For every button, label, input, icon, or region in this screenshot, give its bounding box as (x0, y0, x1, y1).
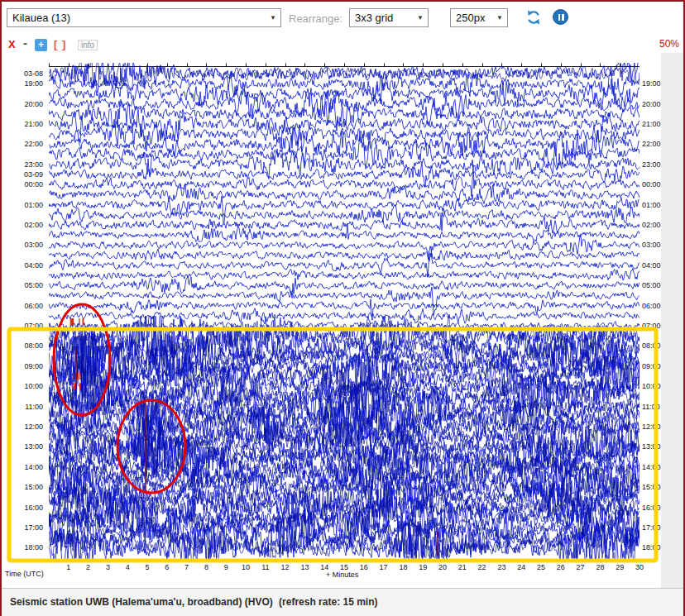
time-label-right: 23:00 (642, 160, 675, 169)
time-label-left: 03-08 (2, 69, 46, 78)
time-label-left: 00:00 (2, 180, 46, 189)
time-label-left: 07:00 (2, 322, 46, 330)
x-tick-label: 23 (493, 563, 510, 571)
x-tick-label: 28 (592, 563, 608, 571)
x-tick-label: 29 (611, 563, 628, 571)
status-bar: Seismic station UWB (Halema'uma'u, broad… (2, 588, 683, 616)
x-tick-label: 24 (513, 563, 529, 571)
right-time-labels: 19:0020:0021:0022:0023:0000:0001:0002:00… (642, 2, 675, 580)
x-tick-label: 11 (257, 563, 274, 571)
grid-layout-select[interactable]: 3x3 grid ▼ (349, 8, 429, 27)
time-label-left: 05:00 (2, 281, 46, 289)
time-label-right: 21:00 (642, 120, 675, 128)
x-tick-label: 18 (395, 563, 411, 571)
x-tick-label: 22 (474, 563, 491, 571)
time-label-left: 06:00 (2, 302, 46, 310)
x-tick-label: 12 (277, 563, 294, 571)
time-label-left: 20:00 (2, 100, 46, 108)
time-label-right: 18:00 (642, 543, 675, 552)
time-label-left: 10:00 (2, 382, 46, 390)
time-label-right: 07:00 (642, 322, 675, 330)
chevron-down-icon: ▼ (417, 14, 424, 21)
x-tick-label: 2 (80, 563, 97, 571)
time-label-right: 19:00 (642, 79, 675, 88)
volcano-monitor-window: Kilauea (13) ▼ Rearrange: 3x3 grid ▼ 250… (0, 0, 685, 616)
time-utc-label: Time (UTC) (5, 570, 44, 578)
time-label-left: 03:00 (2, 241, 46, 249)
x-tick-label: 17 (376, 563, 392, 571)
time-label-left: 08:00 (2, 341, 46, 350)
time-label-left: 18:00 (2, 543, 46, 552)
x-tick-label: 20 (434, 563, 451, 571)
time-label-right: 15:00 (642, 483, 675, 491)
x-tick-label: 7 (179, 563, 195, 571)
time-label-right: 00:00 (642, 180, 675, 189)
x-tick-label: 6 (159, 563, 175, 571)
time-label-left: 17:00 (2, 523, 46, 532)
time-label-right: 09:00 (642, 362, 675, 370)
x-tick-label: 25 (533, 563, 549, 571)
station-info: Seismic station UWB (Halema'uma'u, broad… (10, 596, 273, 608)
x-tick-label: 13 (296, 563, 313, 571)
chevron-down-icon: ▼ (270, 14, 276, 21)
time-label-right: 03:00 (642, 241, 675, 249)
fullscreen-button[interactable]: [ ] (54, 38, 66, 50)
time-label-right: 22:00 (642, 140, 675, 148)
time-label-right: 06:00 (642, 302, 675, 310)
time-label-right: 14:00 (642, 463, 675, 471)
time-label-left: 21:00 (2, 120, 46, 128)
time-label-right: 02:00 (642, 221, 675, 229)
pause-button[interactable] (553, 9, 569, 26)
time-label-left: 16:00 (2, 504, 46, 512)
time-label-left: 13:00 (2, 442, 46, 451)
refresh-rate-info: (refresh rate: 15 min) (279, 596, 377, 608)
time-label-left: 14:00 (2, 463, 46, 471)
x-tick-label: 10 (237, 563, 254, 571)
left-time-labels: 03-0819:0020:0021:0022:0023:0003-0900:00… (2, 2, 46, 580)
time-label-left: 19:00 (2, 79, 46, 88)
x-axis-label: + Minutes (326, 571, 358, 579)
time-label-right: 10:00 (642, 382, 675, 390)
time-label-left: 03-09 (2, 170, 46, 179)
x-tick-label: 3 (99, 563, 116, 571)
time-label-right: 08:00 (642, 341, 675, 350)
time-label-right: 17:00 (642, 523, 675, 532)
time-label-right: 12:00 (642, 423, 675, 431)
row-size-select[interactable]: 250px ▼ (450, 8, 508, 27)
refresh-button[interactable] (525, 9, 542, 26)
row-size-select-value: 250px (456, 12, 485, 24)
time-label-left: 01:00 (2, 201, 46, 209)
info-button[interactable]: info (78, 40, 98, 50)
time-label-right: 20:00 (642, 100, 675, 108)
grid-layout-select-value: 3x3 grid (355, 12, 393, 24)
x-tick-label: 27 (572, 563, 589, 571)
time-label-right: 11:00 (642, 403, 675, 411)
chevron-down-icon: ▼ (496, 14, 503, 21)
time-label-left: 02:00 (2, 221, 46, 229)
x-tick-label: 8 (198, 563, 214, 571)
x-tick-label: 4 (119, 563, 136, 571)
x-tick-label: 26 (553, 563, 569, 571)
time-label-left: 11:00 (2, 403, 46, 411)
time-label-right: 05:00 (642, 281, 675, 289)
time-label-left: 09:00 (2, 362, 46, 370)
time-label-left: 04:00 (2, 261, 46, 270)
station-select[interactable]: Kilauea (13) ▼ (7, 8, 281, 27)
time-label-left: 15:00 (2, 483, 46, 491)
rearrange-label: Rearrange: (289, 12, 342, 25)
refresh-arrows-icon (525, 9, 542, 26)
helicorder-canvas[interactable] (49, 63, 639, 559)
time-label-left: 22:00 (2, 140, 46, 148)
x-tick-label: 9 (218, 563, 234, 571)
time-label-right: 01:00 (642, 201, 675, 209)
time-label-right: 13:00 (642, 442, 675, 451)
x-tick-label: 21 (454, 563, 471, 571)
time-label-left: 12:00 (2, 423, 46, 431)
x-tick-label: 5 (139, 563, 156, 571)
pause-circle-icon (553, 9, 568, 25)
time-label-left: 23:00 (2, 160, 46, 169)
x-tick-label: 30 (631, 563, 648, 571)
time-label-right: 16:00 (642, 504, 675, 512)
x-tick-label: 1 (60, 563, 77, 571)
time-label-right: 04:00 (642, 261, 675, 270)
